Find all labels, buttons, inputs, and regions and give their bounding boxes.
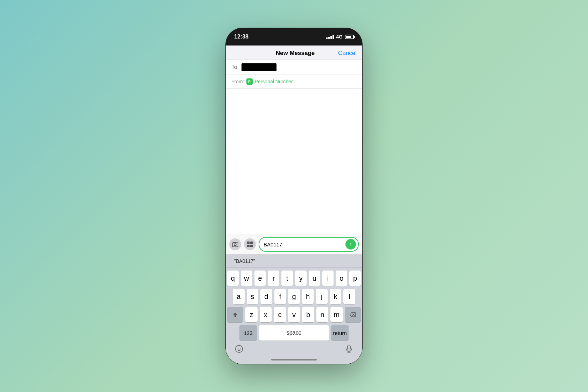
svg-rect-6 [250, 245, 253, 247]
phone-frame: 12:38 4G New Message Cancel To: [226, 28, 362, 364]
nav-bar: New Message Cancel [226, 46, 362, 60]
keyboard-row-1: q w e r t y u i o p [227, 271, 361, 286]
from-label: From: [231, 79, 244, 84]
key-f[interactable]: f [274, 289, 286, 304]
key-q[interactable]: q [227, 271, 239, 286]
svg-rect-12 [348, 345, 350, 350]
key-w[interactable]: w [241, 271, 252, 286]
key-n[interactable]: n [316, 307, 329, 322]
key-s[interactable]: s [247, 289, 259, 304]
emoji-button[interactable] [234, 344, 244, 354]
battery-icon [345, 35, 354, 39]
camera-button[interactable] [229, 238, 241, 250]
apps-button[interactable] [244, 238, 256, 250]
compose-area: To: From: P Personal Number [226, 60, 362, 364]
key-m[interactable]: m [330, 307, 343, 322]
keyboard: q w e r t y u i o p a s d f g [226, 268, 362, 364]
to-redacted-field [241, 63, 276, 71]
key-l[interactable]: l [343, 289, 355, 304]
svg-point-1 [234, 244, 236, 246]
delete-key[interactable] [345, 307, 361, 322]
status-time: 12:38 [234, 34, 248, 40]
key-d[interactable]: d [260, 289, 272, 304]
key-h[interactable]: h [302, 289, 314, 304]
key-x[interactable]: x [260, 307, 272, 322]
bottom-toolbar [227, 342, 361, 357]
phone-screen: New Message Cancel To: From: P Personal … [226, 46, 362, 364]
key-123[interactable]: 123 [239, 325, 257, 341]
key-b[interactable]: b [302, 307, 314, 322]
from-row: From: P Personal Number [226, 75, 362, 89]
nav-title: New Message [276, 50, 315, 57]
key-z[interactable]: z [245, 307, 258, 322]
svg-rect-3 [247, 241, 250, 244]
to-label: To: [231, 64, 239, 70]
status-icons: 4G [326, 34, 354, 40]
shift-key[interactable] [227, 307, 243, 322]
mic-button[interactable] [344, 344, 354, 354]
personal-number-icon: P [246, 78, 253, 85]
keyboard-row-2: a s d f g h j k l [227, 289, 361, 304]
send-arrow-icon: ↑ [350, 241, 352, 246]
message-input-wrapper[interactable]: BA0117 ↑ [259, 237, 359, 252]
to-row: To: [226, 60, 362, 75]
message-input[interactable]: BA0117 [264, 241, 343, 247]
network-label: 4G [336, 34, 343, 40]
key-return[interactable]: return [331, 325, 349, 341]
key-space[interactable]: space [259, 325, 329, 341]
key-u[interactable]: u [309, 271, 320, 286]
key-c[interactable]: c [274, 307, 286, 322]
keyboard-row-3: z x c v b n m [227, 307, 361, 322]
cancel-button[interactable]: Cancel [338, 50, 357, 57]
key-r[interactable]: r [268, 271, 279, 286]
status-bar: 12:38 4G [226, 28, 362, 46]
keyboard-row-bottom: 123 space return [227, 325, 361, 341]
signal-icon [326, 35, 334, 39]
svg-rect-2 [234, 242, 236, 243]
svg-point-11 [240, 348, 240, 349]
svg-point-9 [236, 345, 243, 352]
key-j[interactable]: j [316, 289, 328, 304]
home-indicator [271, 359, 317, 360]
key-o[interactable]: o [336, 271, 347, 286]
input-toolbar: BA0117 ↑ [226, 234, 362, 254]
from-number-text[interactable]: Personal Number [255, 79, 293, 84]
svg-rect-0 [232, 243, 238, 247]
key-k[interactable]: k [330, 289, 342, 304]
key-i[interactable]: i [322, 271, 334, 286]
send-button[interactable]: ↑ [345, 239, 356, 250]
key-v[interactable]: v [288, 307, 300, 322]
key-a[interactable]: a [233, 289, 245, 304]
key-g[interactable]: g [288, 289, 300, 304]
key-e[interactable]: e [254, 271, 266, 286]
svg-point-10 [238, 348, 238, 349]
key-t[interactable]: t [281, 271, 293, 286]
autocomplete-suggestion[interactable]: "BA0117" [231, 258, 258, 265]
message-body[interactable] [226, 89, 362, 234]
key-p[interactable]: p [349, 271, 361, 286]
autocomplete-bar: "BA0117" [226, 254, 362, 268]
svg-rect-4 [250, 241, 253, 244]
key-y[interactable]: y [295, 271, 307, 286]
svg-rect-5 [247, 245, 250, 247]
